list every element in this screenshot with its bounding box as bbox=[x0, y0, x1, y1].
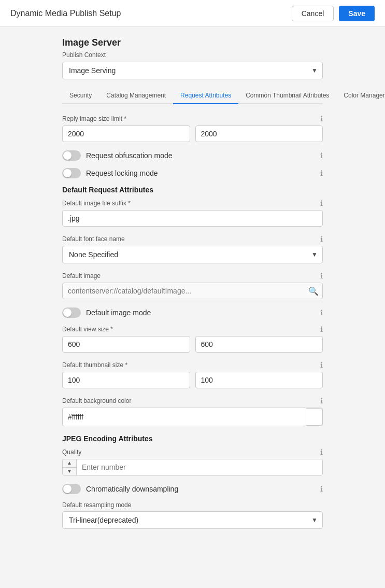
default-resampling-mode-select-wrapper: Tri-linear(deprecated) ▼ bbox=[62, 511, 323, 529]
default-image-input[interactable] bbox=[62, 283, 323, 299]
default-image-row: Default image ℹ 🔍 bbox=[62, 272, 323, 299]
request-locking-info-icon[interactable]: ℹ bbox=[320, 169, 323, 177]
default-font-face-select[interactable]: None Specified bbox=[62, 246, 323, 263]
default-image-label-row: Default image ℹ bbox=[62, 272, 323, 280]
default-image-mode-info-icon[interactable]: ℹ bbox=[320, 309, 323, 317]
background-color-input[interactable] bbox=[63, 408, 306, 426]
default-image-file-suffix-info-icon[interactable]: ℹ bbox=[320, 199, 323, 207]
default-image-file-suffix-input[interactable] bbox=[62, 210, 323, 227]
default-thumbnail-size-input-2[interactable] bbox=[195, 372, 323, 388]
chromatically-downsampling-label: Chromatically downsampling bbox=[86, 485, 178, 493]
quality-input[interactable] bbox=[77, 459, 322, 475]
default-view-size-info-icon[interactable]: ℹ bbox=[320, 325, 323, 333]
default-view-size-label-row: Default view size * ℹ bbox=[62, 325, 323, 333]
cancel-button[interactable]: Cancel bbox=[292, 6, 334, 21]
default-resampling-mode-label-row: Default resampling mode bbox=[62, 501, 323, 509]
tab-color-management-attributes[interactable]: Color Management Attributes bbox=[336, 88, 385, 104]
default-font-face-label-row: Default font face name ℹ bbox=[62, 235, 323, 243]
request-obfuscation-row: Request obfuscation mode ℹ bbox=[62, 150, 323, 161]
default-image-file-suffix-label: Default image file suffix * bbox=[62, 200, 131, 207]
publish-context-label: Publish Context bbox=[62, 51, 323, 59]
publish-context-select-wrapper: Image Serving ▼ bbox=[62, 62, 323, 79]
request-obfuscation-left: Request obfuscation mode bbox=[62, 150, 173, 161]
quality-label-row: Quality ℹ bbox=[62, 448, 323, 456]
background-color-input-wrapper bbox=[62, 408, 323, 426]
tab-common-thumbnail-attributes[interactable]: Common Thumbnail Attributes bbox=[238, 88, 336, 104]
reply-image-size-label-row: Reply image size limit * ℹ bbox=[62, 115, 323, 123]
top-bar-actions: Cancel Save bbox=[292, 6, 375, 21]
chromatically-downsampling-info-icon[interactable]: ℹ bbox=[320, 485, 323, 493]
jpeg-encoding-title: JPEG Encoding Attributes bbox=[62, 435, 323, 443]
publish-context-select[interactable]: Image Serving bbox=[62, 62, 323, 79]
request-locking-label: Request locking mode bbox=[86, 169, 158, 177]
background-color-swatch[interactable] bbox=[306, 408, 322, 426]
default-thumbnail-size-input-1[interactable] bbox=[62, 372, 190, 388]
reply-image-size-label: Reply image size limit * bbox=[62, 115, 126, 122]
default-font-face-select-wrapper: None Specified ▼ bbox=[62, 246, 323, 263]
default-image-mode-left: Default image mode bbox=[62, 307, 151, 318]
default-image-file-suffix-row: Default image file suffix * ℹ bbox=[62, 199, 323, 227]
save-button[interactable]: Save bbox=[339, 6, 375, 21]
request-obfuscation-toggle[interactable] bbox=[62, 150, 81, 161]
main-content: Image Server Publish Context Image Servi… bbox=[0, 27, 385, 558]
default-view-size-row: Default view size * ℹ bbox=[62, 325, 323, 353]
quality-info-icon[interactable]: ℹ bbox=[320, 448, 323, 456]
default-resampling-mode-select[interactable]: Tri-linear(deprecated) bbox=[62, 511, 323, 529]
default-background-color-info-icon[interactable]: ℹ bbox=[320, 397, 323, 405]
quality-input-wrapper: ▲ ▼ bbox=[62, 459, 323, 475]
default-view-size-label: Default view size * bbox=[62, 326, 113, 333]
default-background-color-label: Default background color bbox=[62, 397, 131, 404]
default-thumbnail-size-info-icon[interactable]: ℹ bbox=[320, 361, 323, 369]
reply-image-size-row: Reply image size limit * ℹ bbox=[62, 115, 323, 142]
default-resampling-mode-label: Default resampling mode bbox=[62, 501, 131, 509]
default-image-mode-toggle[interactable] bbox=[62, 307, 81, 318]
default-image-file-suffix-label-row: Default image file suffix * ℹ bbox=[62, 199, 323, 207]
default-image-mode-label: Default image mode bbox=[86, 309, 151, 317]
tab-catalog-management[interactable]: Catalog Management bbox=[99, 88, 173, 104]
tab-security[interactable]: Security bbox=[62, 88, 99, 104]
default-image-mode-row: Default image mode ℹ bbox=[62, 307, 323, 318]
default-font-face-row: Default font face name ℹ None Specified … bbox=[62, 235, 323, 263]
default-background-color-label-row: Default background color ℹ bbox=[62, 397, 323, 405]
reply-image-size-input-1[interactable] bbox=[62, 125, 190, 142]
default-background-color-row: Default background color ℹ bbox=[62, 397, 323, 426]
section-title: Image Server bbox=[62, 37, 323, 48]
default-resampling-mode-row: Default resampling mode Tri-linear(depre… bbox=[62, 501, 323, 529]
quality-row: Quality ℹ ▲ ▼ bbox=[62, 448, 323, 475]
tabs-bar: Security Catalog Management Request Attr… bbox=[62, 88, 323, 104]
default-image-info-icon[interactable]: ℹ bbox=[320, 272, 323, 280]
default-thumbnail-size-label-row: Default thumbnail size * ℹ bbox=[62, 361, 323, 369]
image-picker-icon[interactable]: 🔍 bbox=[308, 286, 319, 296]
request-locking-toggle[interactable] bbox=[62, 168, 81, 178]
default-view-size-input-2[interactable] bbox=[195, 336, 323, 353]
request-locking-left: Request locking mode bbox=[62, 168, 158, 178]
request-obfuscation-label: Request obfuscation mode bbox=[86, 151, 173, 160]
default-view-size-inputs bbox=[62, 336, 323, 353]
quality-label: Quality bbox=[62, 449, 81, 456]
top-bar: Dynamic Media Publish Setup Cancel Save bbox=[0, 0, 385, 27]
default-thumbnail-size-label: Default thumbnail size * bbox=[62, 361, 127, 369]
chromatically-downsampling-left: Chromatically downsampling bbox=[62, 484, 178, 494]
default-font-face-info-icon[interactable]: ℹ bbox=[320, 235, 323, 243]
request-locking-row: Request locking mode ℹ bbox=[62, 168, 323, 178]
default-request-attributes-title: Default Request Attributes bbox=[62, 186, 323, 194]
quality-decrement-button[interactable]: ▼ bbox=[63, 468, 76, 475]
default-image-wrapper: 🔍 bbox=[62, 283, 323, 299]
reply-image-size-input-2[interactable] bbox=[195, 125, 323, 142]
chromatically-downsampling-row: Chromatically downsampling ℹ bbox=[62, 484, 323, 494]
page-title: Dynamic Media Publish Setup bbox=[10, 9, 121, 18]
request-obfuscation-info-icon[interactable]: ℹ bbox=[320, 151, 323, 160]
quality-spinners: ▲ ▼ bbox=[63, 459, 77, 475]
reply-image-size-info-icon[interactable]: ℹ bbox=[320, 115, 323, 123]
default-image-label: Default image bbox=[62, 272, 101, 279]
default-thumbnail-size-inputs bbox=[62, 372, 323, 388]
publish-context-row: Publish Context Image Serving ▼ bbox=[62, 51, 323, 79]
chromatically-downsampling-toggle[interactable] bbox=[62, 484, 81, 494]
tab-request-attributes[interactable]: Request Attributes bbox=[173, 88, 238, 104]
default-view-size-input-1[interactable] bbox=[62, 336, 190, 353]
default-thumbnail-size-row: Default thumbnail size * ℹ bbox=[62, 361, 323, 388]
quality-increment-button[interactable]: ▲ bbox=[63, 459, 76, 468]
reply-image-size-inputs bbox=[62, 125, 323, 142]
default-font-face-label: Default font face name bbox=[62, 235, 125, 243]
